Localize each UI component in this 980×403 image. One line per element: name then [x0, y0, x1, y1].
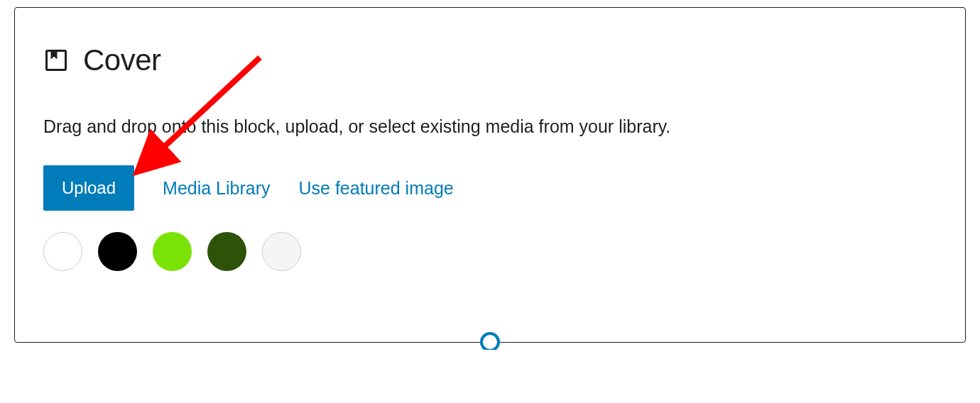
color-swatches	[43, 232, 937, 271]
upload-button[interactable]: Upload	[43, 165, 134, 211]
media-library-button[interactable]: Media Library	[163, 178, 270, 199]
cover-block-placeholder: Cover Drag and drop onto this block, upl…	[14, 7, 966, 343]
media-actions: Upload Media Library Use featured image	[43, 165, 937, 211]
color-swatch-black[interactable]	[98, 232, 137, 271]
color-swatch-dark-green[interactable]	[207, 232, 246, 271]
resize-handle[interactable]	[480, 332, 500, 350]
block-description: Drag and drop onto this block, upload, o…	[43, 116, 937, 137]
block-title: Cover	[83, 43, 161, 77]
cover-icon	[43, 48, 69, 73]
block-header: Cover	[43, 43, 937, 77]
color-swatch-light-gray[interactable]	[262, 232, 301, 271]
color-swatch-lime-green[interactable]	[153, 232, 192, 271]
use-featured-image-button[interactable]: Use featured image	[299, 178, 454, 199]
color-swatch-white[interactable]	[43, 232, 82, 271]
